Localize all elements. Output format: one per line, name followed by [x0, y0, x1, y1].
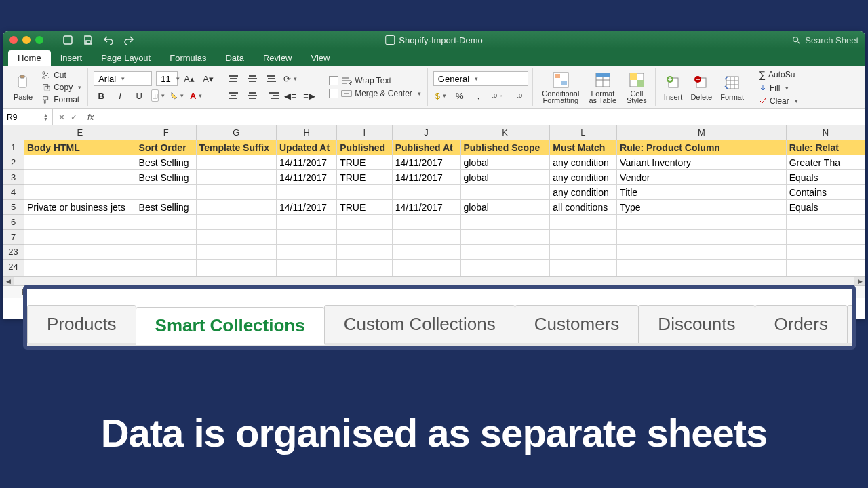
ribbon-tab-review[interactable]: Review [254, 50, 302, 66]
cell[interactable] [277, 245, 337, 260]
cell[interactable]: TRUE [337, 170, 392, 185]
cell[interactable] [393, 185, 461, 200]
cell[interactable] [787, 245, 865, 260]
cell[interactable] [24, 185, 136, 200]
cell-styles-button[interactable]: Cell Styles [623, 71, 651, 104]
header-cell[interactable]: Published [337, 140, 392, 155]
ribbon-tab-view[interactable]: View [302, 50, 340, 66]
autosum-button[interactable]: ∑AutoSu [757, 68, 800, 81]
row-header-6[interactable]: 6 [3, 215, 24, 230]
header-cell[interactable]: Updated At [277, 140, 337, 155]
cell[interactable]: Type [617, 200, 787, 215]
fill-button[interactable]: Fill [757, 83, 800, 94]
number-format-select[interactable]: General [433, 71, 528, 86]
cell[interactable]: Best Selling [136, 170, 197, 185]
italic-button[interactable]: I [113, 88, 127, 103]
cell[interactable]: 14/11/2017 [393, 170, 461, 185]
name-box[interactable]: R9 ▲▼ [3, 109, 53, 125]
cell[interactable] [277, 185, 337, 200]
sheet-tab-smart-collections[interactable]: Smart Collections [136, 307, 325, 345]
cell[interactable] [461, 215, 551, 230]
cell[interactable]: global [461, 155, 551, 170]
cell[interactable] [24, 230, 136, 245]
cell[interactable] [197, 245, 277, 260]
cell[interactable]: Variant Inventory [617, 155, 787, 170]
cell[interactable]: Title [617, 185, 787, 200]
cell[interactable] [24, 260, 136, 274]
maximize-button[interactable] [35, 36, 43, 44]
cut-button[interactable]: Cut [39, 70, 83, 81]
cell[interactable]: 14/11/2017 [277, 170, 337, 185]
header-cell[interactable]: Sort Order [136, 140, 197, 155]
cell[interactable] [197, 155, 277, 170]
cell[interactable]: 14/11/2017 [393, 200, 461, 215]
cell[interactable]: Equals [787, 200, 865, 215]
header-cell[interactable]: Template Suffix [197, 140, 277, 155]
align-top-button[interactable] [226, 71, 241, 86]
enter-icon[interactable]: ✓ [71, 113, 77, 122]
decrease-font-button[interactable]: A▾ [201, 71, 216, 86]
increase-font-button[interactable]: A▴ [182, 71, 197, 86]
cell[interactable] [197, 170, 277, 185]
cell[interactable] [461, 245, 551, 260]
column-header-J[interactable]: J [393, 125, 461, 140]
column-header-I[interactable]: I [337, 125, 392, 140]
row-header-24[interactable]: 24 [3, 260, 24, 274]
scroll-left-icon[interactable]: ◀ [3, 277, 14, 286]
ribbon-tab-home[interactable]: Home [8, 50, 51, 66]
copy-button[interactable]: Copy [39, 82, 83, 93]
currency-button[interactable]: $ [433, 88, 448, 103]
cell[interactable] [550, 260, 617, 274]
cell[interactable]: Contains [787, 185, 865, 200]
cell[interactable] [393, 245, 461, 260]
cancel-icon[interactable]: ✕ [58, 113, 65, 122]
cell[interactable] [197, 185, 277, 200]
font-color-button[interactable]: A [189, 88, 203, 103]
decrease-decimal-button[interactable]: ←.0 [509, 88, 524, 103]
ribbon-tab-formulas[interactable]: Formulas [160, 50, 216, 66]
font-size-select[interactable]: 11 [156, 71, 178, 86]
cell[interactable] [136, 230, 197, 245]
cell[interactable]: Private or business jets [24, 200, 136, 215]
cell[interactable] [787, 230, 865, 245]
row-header-5[interactable]: 5 [3, 200, 24, 215]
cell[interactable] [550, 215, 617, 230]
cell[interactable] [787, 260, 865, 274]
cell[interactable]: Greater Tha [787, 155, 865, 170]
select-all-corner[interactable] [3, 125, 24, 140]
increase-decimal-button[interactable]: .0→ [490, 88, 505, 103]
column-header-E[interactable]: E [24, 125, 136, 140]
cell[interactable] [787, 215, 865, 230]
cell[interactable]: Best Selling [136, 200, 197, 215]
fx-icon[interactable]: fx [83, 113, 98, 122]
cell[interactable]: any condition [550, 185, 617, 200]
column-header-M[interactable]: M [617, 125, 787, 140]
cell[interactable] [277, 215, 337, 230]
cell[interactable] [197, 230, 277, 245]
sheet-tab-customers[interactable]: Customers [515, 305, 639, 343]
cell[interactable] [136, 260, 197, 274]
cell[interactable]: global [461, 200, 551, 215]
cell[interactable] [461, 185, 551, 200]
save-icon[interactable] [83, 35, 94, 45]
cell[interactable]: 14/11/2017 [277, 200, 337, 215]
cell[interactable] [617, 215, 787, 230]
decrease-indent-button[interactable]: ◀≡ [283, 88, 298, 103]
cell[interactable] [24, 155, 136, 170]
cell[interactable] [617, 260, 787, 274]
cell[interactable] [24, 245, 136, 260]
format-cells-button[interactable]: Format [717, 74, 747, 101]
cell[interactable] [136, 215, 197, 230]
redo-icon[interactable] [123, 35, 134, 45]
border-button[interactable]: ⊞ [151, 88, 165, 103]
cell[interactable] [136, 245, 197, 260]
cell[interactable] [136, 185, 197, 200]
header-cell[interactable]: Published At [393, 140, 461, 155]
scroll-right-icon[interactable]: ▶ [854, 277, 865, 286]
horizontal-scrollbar[interactable]: ◀ ▶ [3, 276, 865, 285]
bold-button[interactable]: B [94, 88, 108, 103]
spreadsheet-grid[interactable]: EFGHIJKLMN 1234567232425 Body HTMLSort O… [3, 125, 865, 298]
cell[interactable]: TRUE [337, 155, 392, 170]
ribbon-tab-insert[interactable]: Insert [51, 50, 92, 66]
percent-button[interactable]: % [452, 88, 467, 103]
